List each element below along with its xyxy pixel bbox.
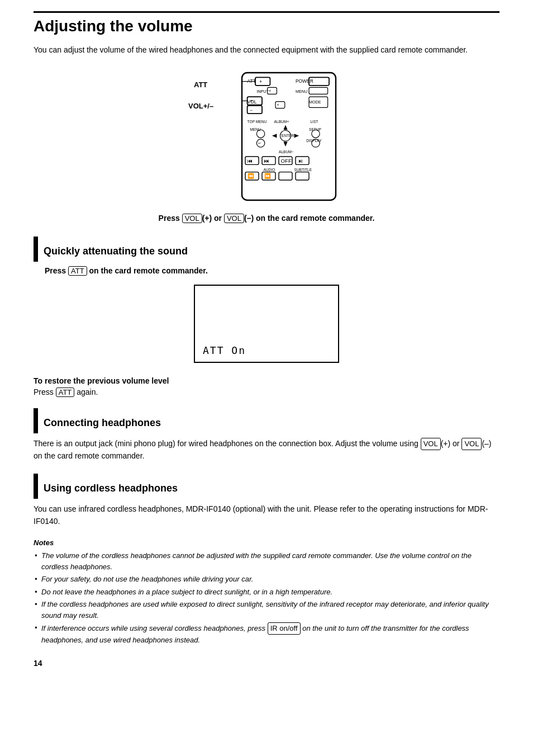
note-item: If interference occurs while using sever… [34, 622, 499, 645]
press-instruction: Press VOL(+) or VOL(–) on the card remot… [34, 214, 499, 223]
att-label: ATT [194, 81, 207, 89]
svg-rect-2 [255, 77, 270, 85]
notes-list: The volume of the cordless headphones ca… [34, 550, 499, 645]
page-title: Adjusting the volume [34, 11, 499, 35]
page-number: 14 [34, 659, 499, 668]
quickly-heading: Quickly attenuating the sound [44, 245, 499, 257]
section-bar [34, 237, 38, 262]
section-bar-connecting [34, 408, 38, 433]
remote-diagram: ATT VOL+/– ATT + POWER INPUT + MENU VOL [34, 69, 499, 204]
svg-text:AUDIO: AUDIO [263, 168, 275, 172]
att-press-instruction: Press ATT on the card remote commander. [45, 266, 499, 276]
connecting-body: There is an output jack (mini phono plug… [34, 438, 499, 462]
svg-text:ALBUM−: ALBUM− [279, 150, 294, 154]
notes-title: Notes [34, 538, 499, 547]
cordless-content: Using cordless headphones [44, 474, 499, 499]
connecting-section: Connecting headphones [34, 408, 499, 433]
connecting-content: Connecting headphones [44, 408, 499, 433]
svg-text:+: + [277, 102, 279, 107]
svg-text:+: + [250, 98, 253, 104]
section-content: Quickly attenuating the sound [44, 237, 499, 262]
restore-text: Press ATT again. [34, 388, 499, 397]
remote-svg: ATT + POWER INPUT + MENU VOL + − + MO [233, 69, 345, 204]
note-item: The volume of the cordless headphones ca… [34, 550, 499, 572]
svg-text:⏭: ⏭ [264, 158, 270, 164]
svg-text:⏩: ⏩ [264, 173, 271, 179]
svg-text:+: + [269, 88, 271, 93]
intro-text: You can adjust the volume of the wired h… [34, 44, 499, 56]
att-btn-restore: ATT [56, 388, 75, 397]
svg-text:⏯: ⏯ [298, 158, 303, 164]
remote-container: ATT VOL+/– ATT + POWER INPUT + MENU VOL [194, 69, 339, 204]
svg-text:↩: ↩ [258, 141, 261, 145]
svg-marker-26 [283, 142, 287, 147]
svg-rect-53 [296, 172, 309, 180]
svg-marker-27 [272, 134, 277, 138]
svg-rect-10 [309, 87, 328, 94]
vol-label: VOL+/– [188, 102, 213, 110]
note-item: For your safety, do not use the headphon… [34, 574, 499, 585]
svg-text:LIST: LIST [310, 120, 318, 124]
vol-btn-1: VOL [182, 214, 202, 223]
svg-text:POWER: POWER [296, 78, 313, 84]
svg-text:MENU: MENU [296, 89, 307, 94]
svg-text:⏮: ⏮ [248, 158, 253, 164]
svg-text:OFF: OFF [281, 158, 292, 164]
ir-on-off-btn: IR on/off [268, 622, 301, 635]
notes-section: Notes The volume of the cordless headpho… [34, 538, 499, 645]
section-bar-cordless [34, 474, 38, 499]
restore-heading: To restore the previous volume level [34, 376, 499, 385]
svg-text:ALBUM+: ALBUM+ [274, 120, 289, 124]
svg-text:−: − [250, 107, 253, 113]
svg-text:MODE: MODE [309, 100, 321, 105]
svg-text:TOP MENU: TOP MENU [248, 120, 267, 124]
vol-btn-connect-2: VOL [461, 438, 482, 450]
cordless-section: Using cordless headphones [34, 474, 499, 499]
svg-text:ENTER: ENTER [282, 134, 294, 138]
svg-text:+: + [259, 79, 262, 84]
att-btn: ATT [68, 266, 87, 276]
svg-text:⏪: ⏪ [248, 173, 254, 179]
att-display-text: ATT On [203, 344, 246, 356]
cordless-heading: Using cordless headphones [44, 483, 499, 494]
vol-btn-2: VOL [224, 214, 244, 223]
svg-marker-25 [283, 125, 287, 130]
svg-marker-28 [294, 134, 299, 138]
svg-rect-52 [279, 172, 292, 180]
connecting-heading: Connecting headphones [44, 417, 499, 429]
note-item: Do not leave the headphones in a place s… [34, 587, 499, 598]
svg-text:SUBTITLE: SUBTITLE [294, 168, 312, 172]
quickly-section: Quickly attenuating the sound [34, 237, 499, 262]
cordless-body: You can use infrared cordless headphones… [34, 503, 499, 527]
note-item: If the cordless headphones are used whil… [34, 599, 499, 621]
vol-btn-connect-1: VOL [421, 438, 441, 450]
att-display: ATT On [194, 285, 339, 363]
